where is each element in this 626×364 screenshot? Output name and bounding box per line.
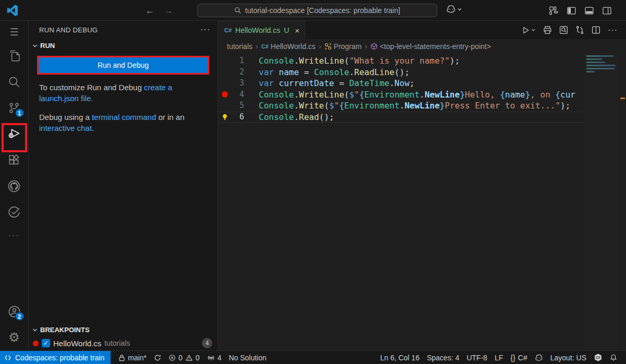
nav-back-button[interactable]: ← [145,5,154,16]
line-number[interactable]: 2 [232,67,244,78]
sidebar-title: RUN AND DEBUG [39,26,200,34]
glyph-margin[interactable] [218,67,232,78]
print-button[interactable] [543,26,552,34]
breadcrumb-file[interactable]: C# HelloWorld.cs [261,42,316,51]
debug-alternatives-hint: Debug using a terminal command or in an … [39,112,196,134]
breakpoints-section-label: BREAKPOINTS [40,326,90,334]
editor-group: C# HelloWorld.cs U × ··· [218,21,626,350]
more-icon: ··· [9,230,20,239]
notifications-button[interactable] [606,354,621,361]
breadcrumb-folder[interactable]: tutorials [227,42,252,51]
line-number[interactable]: 1 [232,55,244,67]
cursor-position[interactable]: Ln 6, Col 16 [377,354,424,362]
language-mode-indicator[interactable]: {} C# [507,354,531,362]
editor-more-actions-button[interactable]: ··· [608,26,618,35]
menu-button[interactable]: ☰ [0,21,29,43]
breakpoint-checkbox[interactable]: ✓ [42,339,50,347]
code-text: var currentDate = DateTime.Now; [244,78,415,89]
breadcrumb-separator: › [256,42,258,51]
nav-forward-button[interactable]: → [164,5,173,16]
extensions-icon [7,153,21,167]
sidebar-item-testing[interactable] [0,199,29,225]
search-editor-button[interactable] [559,26,568,34]
problems-indicator[interactable]: 0 0 [165,354,203,362]
symbol-method-icon [370,43,378,50]
copilot-status-button[interactable] [531,354,547,362]
breadcrumb-class[interactable]: Program [324,42,362,51]
interactive-chat-link[interactable]: interactive chat [39,124,92,132]
code-line: 5Console.Write($"{Environment.NewLine}Pr… [218,100,626,112]
run-debug-icon [7,127,21,141]
line-number[interactable]: 6 [232,112,244,123]
command-center-search[interactable]: tutorial-codespace [Codespaces: probable… [197,4,437,17]
settings-button[interactable]: ⚙ [0,324,29,350]
breakpoint-list-item[interactable]: ✓ HelloWorld.cs tutorials 4 [29,337,218,350]
open-changes-button[interactable] [575,26,584,34]
keyboard-layout-indicator[interactable]: Layout: US [547,354,590,362]
split-editor-button[interactable] [592,26,600,34]
breakpoint-icon[interactable] [218,89,232,101]
more-views-button[interactable]: ··· [0,225,29,244]
run-code-button[interactable] [522,26,536,34]
glyph-margin[interactable] [218,55,232,67]
glyph-margin[interactable] [218,100,232,112]
glyph-margin[interactable] [218,78,232,89]
sidebar-item-search[interactable] [0,69,29,95]
breakpoint-dot-icon [33,341,39,346]
copilot-icon [535,354,543,362]
breakpoints-section-header[interactable]: BREAKPOINTS [29,323,218,337]
accounts-badge: 2 [15,312,24,321]
lightbulb-icon[interactable] [218,112,232,123]
copilot-menu-button[interactable] [446,4,462,14]
braces-icon: {} [510,354,515,362]
solution-indicator[interactable]: No Solution [225,354,270,362]
encoding-indicator[interactable]: UTF-8 [463,354,491,362]
broadcast-icon [207,354,215,361]
chevron-down-icon [457,7,462,12]
indentation-indicator[interactable]: Spaces: 4 [423,354,463,362]
customize-layout-icon[interactable] [549,6,558,15]
ports-count: 4 [218,354,222,362]
code-line: 2var name = Console.ReadLine(); [218,67,626,78]
terminal-command-link[interactable]: terminal command [92,113,156,122]
run-section-header[interactable]: RUN [29,39,218,53]
remote-indicator[interactable]: Codespaces: probable train [0,351,111,364]
breakpoint-file-label: HelloWorld.cs [53,339,101,348]
tab-close-button[interactable]: × [295,26,299,35]
chevron-down-icon [531,28,536,32]
sidebar-item-explorer[interactable] [0,43,29,69]
command-center-text: tutorial-codespace [Codespaces: probable… [245,6,400,15]
github-icon [7,179,21,193]
ports-indicator[interactable]: 4 [203,354,225,362]
code-editor[interactable]: 1Console.WriteLine("What is your name?")… [218,54,626,350]
minimap[interactable] [584,54,618,350]
sync-icon [154,354,161,361]
sidebar-item-github[interactable] [0,173,29,199]
views-more-actions-button[interactable]: ··· [200,25,210,34]
run-and-debug-button[interactable]: Run and Debug [39,57,208,73]
title-bar: ← → tutorial-codespace [Codespaces: prob… [0,0,626,21]
breadcrumb-separator: › [365,42,367,51]
breadcrumbs: tutorials › C# HelloWorld.cs › Program ›… [218,39,626,54]
csharp-extension-button[interactable]: C# [590,353,606,362]
sidebar-item-extensions[interactable] [0,147,29,173]
eol-indicator[interactable]: LF [491,354,507,362]
bell-icon [610,354,617,361]
errors-count: 0 [178,354,183,362]
sidebar-item-source-control[interactable]: 1 [0,95,29,121]
lock-icon [118,354,125,361]
sync-button[interactable] [150,354,165,361]
line-number[interactable]: 5 [232,100,244,112]
toggle-primary-sidebar-icon[interactable] [567,6,576,15]
tab-helloworld[interactable]: C# HelloWorld.cs U × [218,21,305,39]
line-number[interactable]: 4 [232,89,244,101]
line-number[interactable]: 3 [232,78,244,89]
breadcrumb-symbol[interactable]: <top-level-statements-entry-point> [370,42,491,51]
toggle-secondary-sidebar-icon[interactable] [603,6,611,15]
sidebar-item-run-debug[interactable] [0,121,29,147]
toggle-panel-icon[interactable] [585,6,594,15]
branch-indicator[interactable]: main* [115,354,150,362]
overview-ruler[interactable] [618,54,626,350]
chevron-down-icon [32,43,38,49]
accounts-button[interactable]: 2 [0,298,29,324]
